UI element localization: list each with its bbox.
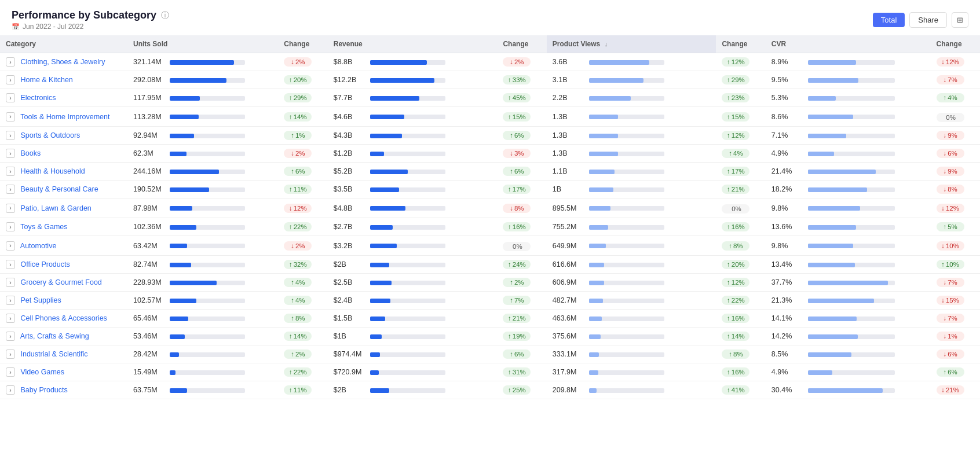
cvr-change-badge: 0% (937, 113, 964, 122)
cvr-change-arrow: ↓ (943, 351, 946, 358)
pv-bar (589, 60, 664, 65)
revenue-bar (370, 299, 445, 303)
expand-button[interactable]: › (6, 167, 15, 176)
category-link[interactable]: Baby Products (20, 386, 67, 394)
category-link[interactable]: Video Games (20, 368, 64, 376)
cvr-change-badge: ↓21% (937, 385, 964, 395)
category-link[interactable]: Office Products (20, 260, 70, 268)
category-link[interactable]: Industrial & Scientific (20, 350, 87, 358)
expand-button[interactable]: › (6, 57, 15, 67)
cvr-change-badge: ↓7% (937, 314, 964, 323)
category-link[interactable]: Toys & Games (20, 223, 67, 231)
expand-button[interactable]: › (6, 131, 15, 140)
expand-button[interactable]: › (6, 204, 15, 213)
cvr-change-arrow: ↓ (941, 205, 945, 212)
expand-button[interactable]: › (6, 75, 15, 84)
units-change-badge: ↓12% (284, 204, 312, 213)
expand-button[interactable]: › (6, 112, 15, 122)
category-link[interactable]: Patio, Lawn & Garden (20, 204, 91, 212)
revenue-change-cell: ↑16% (497, 218, 546, 236)
expand-button[interactable]: › (6, 185, 15, 194)
expand-button[interactable]: › (6, 349, 15, 359)
cvr-change-arrow: ↓ (943, 333, 946, 340)
cvr-change-badge: ↓6% (937, 349, 964, 359)
cvr-change-cell: ↓21% (931, 381, 980, 399)
expand-button[interactable]: › (6, 385, 15, 395)
category-link[interactable]: Pet Supplies (20, 296, 61, 304)
expand-button[interactable]: › (6, 93, 15, 102)
export-button[interactable]: ⊞ (952, 12, 968, 28)
cvr-change-arrow: ↑ (943, 369, 946, 376)
info-icon[interactable]: ⓘ (161, 10, 169, 21)
revenue-cell: $2B (328, 256, 498, 274)
revenue-change-arrow: ↑ (508, 113, 511, 120)
table-row: › Patio, Lawn & Garden 87.98M ↓12% $4.8B… (0, 198, 980, 218)
cvr-change-cell: ↓15% (931, 292, 980, 310)
table-row: › Books 62.3M ↓2% $1.2B ↓3% 1.3B (0, 145, 980, 163)
units-change-arrow: ↑ (291, 132, 294, 139)
revenue-change-badge: ↑6% (503, 131, 531, 140)
category-link[interactable]: Cell Phones & Accessories (20, 314, 107, 322)
revenue-change-cell: ↑31% (497, 363, 546, 381)
table-row: › Grocery & Gourmet Food 228.93M ↑4% $2.… (0, 274, 980, 292)
revenue-value: $7.7B (334, 94, 368, 102)
cvr-cell: 14.1% (766, 310, 931, 328)
share-button[interactable]: Share (909, 12, 947, 28)
category-link[interactable]: Tools & Home Improvement (20, 112, 109, 120)
pv-bar (589, 115, 664, 119)
units-change-arrow: ↑ (289, 387, 292, 393)
pv-change-arrow: ↑ (727, 168, 730, 175)
category-link[interactable]: Electronics (20, 94, 56, 102)
cvr-cell: 8.9% (766, 53, 931, 71)
cvr-cell: 7.1% (766, 127, 931, 145)
category-cell: › Grocery & Gourmet Food (0, 274, 127, 292)
revenue-bar (370, 134, 445, 138)
category-link[interactable]: Home & Kitchen (20, 76, 72, 84)
units-bar (170, 96, 245, 101)
sort-icon: ↓ (605, 41, 608, 47)
category-cell: › Baby Products (0, 381, 127, 399)
expand-button[interactable]: › (6, 332, 15, 341)
revenue-cell: $3.2B (328, 236, 498, 256)
revenue-change-cell: ↑25% (497, 381, 546, 399)
calendar-icon: 📅 (12, 23, 20, 31)
expand-button[interactable]: › (6, 149, 15, 158)
units-bar (170, 281, 245, 285)
cvr-change-badge: ↓7% (937, 75, 964, 84)
revenue-change-arrow: ↑ (508, 315, 511, 322)
category-link[interactable]: Sports & Outdoors (20, 131, 80, 139)
revenue-change-badge: ↑21% (503, 314, 531, 323)
category-link[interactable]: Grocery & Gourmet Food (20, 278, 101, 286)
revenue-bar (370, 60, 445, 65)
units-bar (170, 225, 245, 230)
total-button[interactable]: Total (873, 13, 905, 27)
units-sold-cell: 113.28M (127, 107, 278, 127)
category-link[interactable]: Health & Household (20, 167, 85, 175)
col-header-product-views[interactable]: Product Views ↓ (547, 35, 716, 53)
expand-button[interactable]: › (6, 260, 15, 269)
expand-button[interactable]: › (6, 296, 15, 305)
expand-button[interactable]: › (6, 367, 15, 377)
revenue-change-badge: ↑31% (503, 367, 531, 377)
page-title: Performance by Subcategory (12, 9, 156, 21)
category-link[interactable]: Clothing, Shoes & Jewelry (20, 58, 105, 66)
category-link[interactable]: Arts, Crafts & Sewing (20, 332, 89, 340)
cvr-value: 4.9% (771, 149, 806, 157)
units-change-cell: ↑32% (278, 256, 327, 274)
revenue-change-arrow: ↑ (508, 223, 511, 230)
category-link[interactable]: Automotive (20, 241, 57, 249)
pv-change-badge: ↑4% (722, 149, 749, 158)
expand-button[interactable]: › (6, 314, 15, 323)
units-value: 244.16M (133, 167, 168, 175)
units-change-cell: ↑4% (278, 274, 327, 292)
units-bar (170, 187, 245, 192)
expand-button[interactable]: › (6, 241, 15, 251)
pv-change-arrow: ↑ (727, 113, 730, 120)
revenue-value: $4.3B (334, 131, 368, 139)
category-link[interactable]: Beauty & Personal Care (20, 185, 98, 193)
pv-change-arrow: ↑ (729, 242, 732, 249)
expand-button[interactable]: › (6, 222, 15, 231)
category-link[interactable]: Books (20, 149, 41, 157)
revenue-bar (370, 187, 445, 192)
expand-button[interactable]: › (6, 278, 15, 287)
